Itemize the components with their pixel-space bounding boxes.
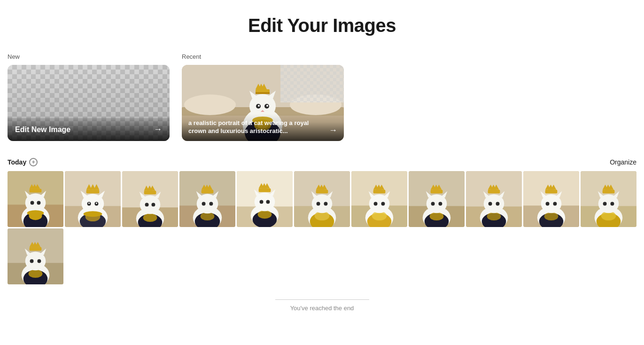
svg-rect-165 xyxy=(545,190,558,194)
svg-point-64 xyxy=(140,196,161,214)
page-container: Edit Your Images New Edit New Image → Re… xyxy=(0,0,644,330)
gallery-thumb-1[interactable] xyxy=(8,171,63,227)
gallery-thumb-11[interactable] xyxy=(581,171,636,227)
svg-point-161 xyxy=(544,212,559,220)
top-row: New Edit New Image → Recent xyxy=(8,53,636,141)
today-left: Today + xyxy=(8,158,38,166)
gallery-thumb-12[interactable] xyxy=(8,228,63,284)
svg-point-57 xyxy=(96,203,97,204)
end-divider xyxy=(275,299,369,300)
svg-point-58 xyxy=(84,211,102,217)
svg-rect-179 xyxy=(603,190,615,194)
svg-rect-95 xyxy=(259,188,271,192)
gallery-thumb-6[interactable] xyxy=(294,171,350,227)
svg-point-183 xyxy=(603,202,607,205)
gallery-thumb-9[interactable] xyxy=(466,171,522,227)
svg-rect-193 xyxy=(30,247,42,251)
end-section: You've reached the end xyxy=(8,296,636,312)
svg-point-85 xyxy=(202,202,206,205)
svg-point-141 xyxy=(431,202,435,205)
gallery-thumb-8[interactable] xyxy=(409,171,465,227)
svg-rect-35 xyxy=(30,189,42,193)
gallery-row-1 xyxy=(8,171,636,227)
svg-point-170 xyxy=(553,202,557,205)
svg-point-86 xyxy=(209,202,213,205)
svg-point-40 xyxy=(37,201,40,204)
svg-rect-8 xyxy=(280,65,344,102)
recent-arrow-icon: → xyxy=(329,125,337,135)
svg-point-128 xyxy=(381,202,385,205)
svg-point-91 xyxy=(258,210,272,219)
svg-point-169 xyxy=(546,202,550,205)
gallery-row-2 xyxy=(8,228,636,284)
svg-point-56 xyxy=(88,203,90,204)
svg-rect-20 xyxy=(256,92,270,94)
svg-point-197 xyxy=(30,259,34,263)
svg-point-156 xyxy=(496,202,499,205)
recent-section-label: Recent xyxy=(182,53,349,60)
svg-point-198 xyxy=(37,259,41,263)
svg-rect-50 xyxy=(86,190,100,194)
gallery-thumb-10[interactable] xyxy=(523,171,579,227)
svg-point-39 xyxy=(31,201,34,204)
svg-rect-137 xyxy=(431,190,443,194)
svg-point-147 xyxy=(487,212,501,220)
gallery-thumb-3[interactable] xyxy=(122,171,178,227)
svg-point-24 xyxy=(266,105,268,107)
page-title: Edit Your Images xyxy=(8,15,636,36)
svg-point-100 xyxy=(266,200,270,204)
svg-point-133 xyxy=(430,212,444,220)
recent-card-text: a realistic portrait of a cat wearing a … xyxy=(188,119,325,135)
svg-point-72 xyxy=(151,203,155,206)
svg-rect-123 xyxy=(373,190,386,194)
svg-point-99 xyxy=(260,200,264,204)
svg-point-155 xyxy=(489,202,492,205)
svg-point-114 xyxy=(324,202,327,205)
today-header: Today + Organize xyxy=(8,158,636,166)
recent-card-overlay: a realistic portrait of a cat wearing a … xyxy=(182,114,344,141)
recent-section: Recent xyxy=(182,53,349,141)
svg-point-113 xyxy=(317,202,320,205)
svg-point-127 xyxy=(374,202,378,205)
svg-point-41 xyxy=(27,210,44,216)
gallery-thumb-5[interactable] xyxy=(237,171,293,227)
add-album-button[interactable]: + xyxy=(29,158,38,166)
gallery-thumb-2[interactable] xyxy=(65,171,121,227)
end-text: You've reached the end xyxy=(290,305,354,312)
svg-point-3 xyxy=(184,94,236,115)
organize-button[interactable]: Organize xyxy=(610,158,636,166)
gallery-thumb-4[interactable] xyxy=(179,171,235,227)
svg-point-71 xyxy=(145,203,149,206)
recent-card[interactable]: a realistic portrait of a cat wearing a … xyxy=(182,65,344,141)
svg-point-184 xyxy=(610,202,614,205)
new-section-label: New xyxy=(8,53,174,60)
svg-rect-67 xyxy=(144,191,156,195)
svg-point-23 xyxy=(258,105,260,107)
today-section: Today + Organize xyxy=(8,158,636,284)
new-section: New Edit New Image → xyxy=(8,53,174,141)
svg-point-63 xyxy=(143,213,157,222)
today-label: Today xyxy=(8,158,26,166)
svg-rect-151 xyxy=(488,190,500,194)
edit-new-card[interactable]: Edit New Image → xyxy=(8,65,170,141)
edit-new-label: Edit New Image xyxy=(15,125,70,134)
gallery-thumb-7[interactable] xyxy=(351,171,407,227)
svg-rect-109 xyxy=(316,190,328,194)
svg-point-142 xyxy=(438,202,442,205)
svg-point-189 xyxy=(29,269,43,278)
svg-rect-81 xyxy=(202,190,214,194)
card-bottom-overlay: Edit New Image → xyxy=(8,118,170,141)
arrow-right-icon: → xyxy=(154,125,162,134)
